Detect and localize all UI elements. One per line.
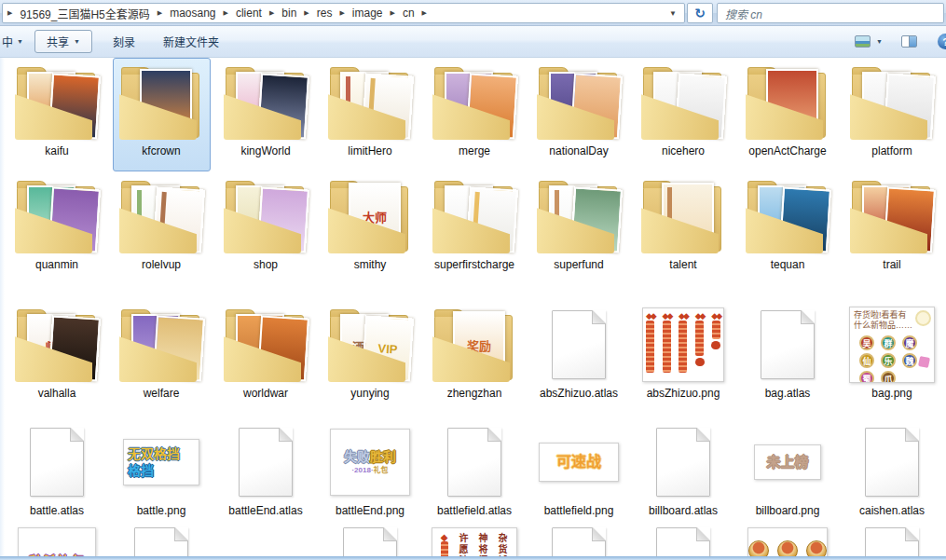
file-item-zhengzhan[interactable]: 奖励zhengzhan	[426, 300, 524, 417]
file-icon-box	[220, 304, 311, 386]
file-item-kfcrown[interactable]: kfcrown	[113, 58, 211, 171]
file-item-rolelvup[interactable]: rolelvup	[113, 171, 211, 300]
file-item-talent[interactable]: talent	[635, 171, 733, 300]
search-placeholder: 搜索 cn	[725, 6, 762, 21]
thumbnail-text: 存货啦!看看有 什么新物品……	[854, 310, 912, 331]
file-item-yunying[interactable]: 酒店VIPyunying	[322, 300, 419, 417]
folder-icon	[222, 307, 309, 382]
file-icon-box: 存货啦!看看有 什么新物品……吴群魔仙乐魏蜀爪	[846, 304, 938, 386]
file-item[interactable]	[322, 524, 419, 556]
file-label: zhengzhan	[447, 387, 502, 400]
preview-pane-icon[interactable]	[901, 35, 917, 48]
file-item-smithy[interactable]: 大师smithy	[322, 171, 419, 300]
breadcrumb-item[interactable]: maosang	[167, 7, 218, 20]
thumbnail-text: 可速战	[556, 454, 601, 471]
breadcrumb-item[interactable]: image	[350, 7, 386, 20]
folder-icon	[326, 65, 414, 140]
file-item-trail[interactable]: trail	[843, 171, 941, 300]
gold-badge-icon	[777, 540, 798, 556]
file-icon-box	[742, 527, 833, 556]
folder-icon	[848, 65, 936, 140]
file-item-battle.atlas[interactable]: battle.atlas	[8, 417, 106, 524]
document-icon	[239, 428, 293, 497]
file-item-nationalDay[interactable]: nationalDay	[530, 58, 628, 171]
file-item-absZhizuo.png[interactable]: ◆◆◆◆◆◆◆◆◆◆absZhizuo.png	[635, 300, 733, 417]
file-item-merge[interactable]: merge	[426, 58, 524, 171]
change-view-icon[interactable]	[855, 35, 871, 48]
address-bar-band: ▶ 91569_三国猫H5全套源码▶maosang▶client▶bin▶res…	[0, 0, 946, 26]
file-item-battleEnd.png[interactable]: 失败 胜利·2018·礼包battleEnd.png	[322, 417, 419, 524]
file-item-billboard.atlas[interactable]: billboard.atlas	[635, 417, 733, 524]
refresh-button[interactable]: ↻	[687, 3, 713, 23]
file-label: nicehero	[662, 144, 705, 157]
file-item-platform[interactable]: platform	[843, 58, 941, 171]
file-item-openActCharge[interactable]: openActCharge	[739, 58, 837, 171]
file-item-bag.png[interactable]: 存货啦!看看有 什么新物品……吴群魔仙乐魏蜀爪bag.png	[843, 300, 941, 417]
document-icon	[761, 310, 815, 379]
views-dropdown-icon[interactable]: ▼	[876, 38, 883, 45]
help-icon[interactable]: ?	[938, 34, 946, 49]
file-item[interactable]	[843, 524, 941, 556]
file-item-billboard.png[interactable]: 未上榜billboard.png	[739, 417, 837, 524]
search-input[interactable]: 搜索 cn	[717, 3, 944, 23]
file-item-battlefield.png[interactable]: 可速战battlefield.png	[530, 417, 628, 524]
thumbnail-text: 许愿池	[456, 533, 470, 556]
address-dropdown-icon[interactable]: ▼	[669, 9, 677, 18]
folder-icon	[13, 65, 101, 140]
file-item-nicehero[interactable]: nicehero	[635, 58, 733, 171]
breadcrumb-item[interactable]: cn	[400, 7, 418, 20]
toolbar-right: ▼ ?	[855, 34, 946, 49]
thumbnail-text: 未上榜	[766, 454, 808, 470]
file-icon-box	[324, 527, 416, 556]
include-in-library-button-partial[interactable]: 中 ▼	[2, 34, 23, 49]
file-item-quanmin[interactable]: quanmin	[8, 171, 106, 300]
file-label: worldwar	[243, 387, 288, 400]
file-item-shop[interactable]: shop	[217, 171, 315, 300]
file-item[interactable]	[530, 524, 628, 556]
file-item-worldwar[interactable]: worldwar	[217, 300, 315, 417]
file-item-battleEnd.atlas[interactable]: battleEnd.atlas	[217, 417, 315, 524]
breadcrumb-item[interactable]: res	[314, 7, 336, 20]
file-icon-box: 奖励	[429, 304, 520, 386]
file-item-battle.png[interactable]: 无双格挡格挡battle.png	[113, 417, 211, 524]
file-item-kaifu[interactable]: kaifu	[8, 58, 106, 171]
burn-button[interactable]: 刻录	[105, 30, 143, 53]
thumbnail-text: 失败	[344, 449, 370, 464]
new-folder-button[interactable]: 新建文件夹	[156, 30, 226, 53]
file-label: openActCharge	[748, 144, 826, 157]
file-item-tequan[interactable]: tequan	[739, 171, 837, 300]
folder-icon	[639, 179, 727, 253]
file-item[interactable]	[739, 524, 837, 556]
file-item[interactable]: 秒杀礼包	[8, 524, 106, 556]
file-label: welfare	[144, 387, 180, 400]
file-item[interactable]	[217, 524, 315, 556]
file-label: valhalla	[38, 387, 76, 400]
breadcrumb-item[interactable]: client	[233, 7, 265, 20]
file-item[interactable]	[635, 524, 733, 556]
file-item-superfund[interactable]: superfund	[530, 171, 628, 300]
file-item-kingWorld[interactable]: kingWorld	[217, 58, 315, 171]
file-item-limitHero[interactable]: limitHero	[322, 58, 419, 171]
share-button[interactable]: 共享 ▼	[34, 30, 92, 53]
file-item-battlefield.atlas[interactable]: battlefield.atlas	[426, 417, 524, 524]
breadcrumb-item[interactable]: bin	[279, 7, 299, 20]
file-item-bag.atlas[interactable]: bag.atlas	[739, 300, 837, 417]
file-item-superfirstcharge[interactable]: superfirstcharge	[426, 171, 524, 300]
file-icon-box	[429, 61, 520, 143]
firecracker-head-icon: ◆◆	[711, 312, 720, 320]
file-icon-box: 酒店VIP	[324, 304, 416, 386]
file-item[interactable]	[113, 524, 211, 556]
breadcrumb-bar[interactable]: ▶ 91569_三国猫H5全套源码▶maosang▶client▶bin▶res…	[2, 3, 685, 23]
breadcrumb-item[interactable]: 91569_三国猫H5全套源码	[17, 6, 152, 21]
thumbnail-text: 无双格挡	[128, 446, 180, 461]
file-icon-box	[429, 175, 520, 257]
file-label: yunying	[350, 387, 389, 400]
document-icon	[656, 527, 710, 556]
file-item-welfare[interactable]: welfare	[113, 300, 211, 417]
file-item-valhalla[interactable]: 师valhalla	[8, 300, 106, 417]
file-item-absZhizuo.atlas[interactable]: absZhizuo.atlas	[530, 300, 628, 417]
folder-icon	[117, 65, 205, 140]
file-item-caishen.atlas[interactable]: caishen.atlas	[843, 417, 941, 524]
folder-icon: 大师	[326, 179, 414, 253]
file-item[interactable]: ◆许愿池神将阁杂货铺登 道竞	[426, 524, 524, 556]
